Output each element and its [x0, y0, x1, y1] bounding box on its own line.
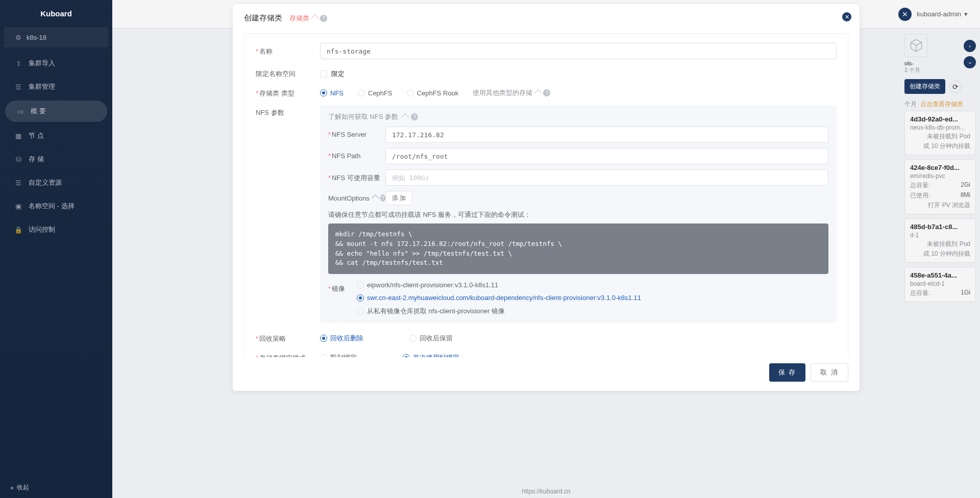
cancel-button[interactable]: 取 消 — [811, 363, 848, 382]
modal-doc-link[interactable]: 存储类 ? — [289, 14, 327, 23]
type-radio-nfs[interactable]: NFS — [320, 89, 344, 97]
sidebar-label: 集群管理 — [29, 82, 55, 91]
modal-footer: 保 存 取 消 — [233, 357, 860, 391]
checkbox-label: 限定 — [331, 69, 345, 79]
close-icon[interactable]: ✕ — [842, 12, 851, 21]
radio-label: CephFS — [368, 89, 393, 97]
radio-label: 即刻绑定 — [330, 353, 357, 357]
bind-radio-immediate[interactable]: 即刻绑定 — [320, 353, 357, 357]
modal-link-text: 存储类 — [289, 14, 309, 23]
external-link-icon — [311, 14, 318, 22]
nfs-capacity-label: *NFS 可使用容量 — [328, 169, 385, 183]
mount-options-label: MountOptions ? — [328, 194, 385, 202]
grid-icon: ▦ — [14, 132, 22, 140]
gear-icon: ⚙ — [14, 33, 22, 41]
radio-label: CephFS Rook — [417, 89, 459, 97]
image-radio-2[interactable]: swr.cn-east-2.myhuaweicloud.com/kuboard-… — [357, 294, 828, 302]
nfs-params-hint[interactable]: 了解如何获取 NFS 参数 ? — [328, 112, 828, 121]
sidebar-item-overview[interactable]: ▭ 概 要 — [5, 101, 107, 122]
radio-label: NFS — [330, 89, 344, 97]
image-label: *镜像 — [328, 280, 357, 293]
import-icon: ⇪ — [14, 59, 22, 67]
bindmode-label: *存储卷绑定模式 — [256, 350, 320, 357]
type-radio-rook[interactable]: CephFS Rook — [407, 89, 459, 97]
nfs-params-section: 了解如何获取 NFS 参数 ? *NFS Server — [320, 105, 837, 323]
monitor-icon: ▭ — [16, 107, 24, 115]
nfs-path-label: *NFS Path — [328, 148, 385, 160]
external-link-icon — [372, 194, 378, 202]
image-radio-1[interactable]: eipwork/nfs-client-provisioner:v3.1.0-k8… — [357, 281, 828, 289]
namespace-checkbox[interactable]: 限定 — [320, 65, 837, 79]
apps-icon: ▣ — [14, 202, 22, 210]
form-card: *名称 限定名称空间 限定 — [244, 33, 848, 357]
radio-label: 从私有镜像仓库抓取 nfs-client-provisioner 镜像 — [367, 307, 505, 316]
nfs-server-input[interactable] — [385, 127, 828, 143]
help-icon: ? — [411, 113, 418, 120]
list-icon: ☰ — [14, 179, 22, 187]
type-label: *存储类 类型 — [256, 85, 320, 98]
external-link-icon — [534, 89, 541, 97]
add-mount-option-button[interactable]: 添 加 — [385, 191, 412, 205]
database-icon: ⛁ — [14, 155, 22, 163]
create-storageclass-modal: 创建存储类 存储类 ? ✕ *名称 — [233, 4, 860, 391]
help-icon: ? — [543, 89, 550, 96]
checkbox-icon — [320, 70, 327, 78]
cluster-name: k8s-18 — [27, 34, 46, 41]
nfs-capacity-input[interactable] — [385, 169, 828, 186]
radio-label: eipwork/nfs-client-provisioner:v3.1.0-k8… — [367, 281, 498, 289]
sidebar: Kuboard ⚙ k8s-18 ⇪ 集群导入 ☰ 集群管理 ▭ 概 要 ▦ 节… — [0, 0, 112, 498]
modal-body: *名称 限定名称空间 限定 — [233, 29, 860, 357]
reclaim-radio-retain[interactable]: 回收后保留 — [409, 334, 453, 343]
sidebar-item-access[interactable]: 🔒 访问控制 — [0, 218, 112, 241]
sidebar-item-crd[interactable]: ☰ 自定义资源 — [0, 171, 112, 194]
sidebar-label: 自定义资源 — [29, 178, 62, 187]
nfs-server-label: *NFS Server — [328, 127, 385, 138]
namespace-label: 限定名称空间 — [256, 65, 320, 79]
sidebar-label: 节 点 — [29, 131, 44, 140]
link-text: 使用其他类型的存储 — [473, 88, 532, 97]
reclaim-label: *回收策略 — [256, 330, 320, 343]
radio-label: 首次使用时绑定 — [413, 353, 459, 357]
modal-overlay: 创建存储类 存储类 ? ✕ *名称 — [112, 0, 980, 498]
sidebar-label: 概 要 — [31, 107, 46, 116]
external-link-icon — [401, 113, 408, 121]
sidebar-label: 访问控制 — [29, 225, 55, 234]
name-input[interactable] — [320, 43, 837, 59]
help-icon: ? — [380, 194, 385, 202]
main: ✕ kuboard-admin ▾ ols- 2 个月 › ⌄ — [112, 0, 980, 498]
collapse-label: 收起 — [17, 483, 29, 492]
sidebar-label: 存 储 — [29, 155, 44, 164]
nfs-params-label: NFS 参数 — [256, 104, 320, 117]
collapse-icon: « — [10, 484, 14, 491]
sidebar-item-nodes[interactable]: ▦ 节 点 — [0, 124, 112, 147]
hint-text: 了解如何获取 NFS 参数 — [328, 112, 398, 121]
test-command-code: mkdir /tmp/testnfs \ && mount -t nfs 172… — [328, 223, 828, 274]
cluster-chip[interactable]: ⚙ k8s-18 — [4, 27, 108, 47]
briefcase-icon: ☰ — [14, 83, 22, 91]
type-other-link[interactable]: 使用其他类型的存储 ? — [473, 88, 550, 97]
type-radio-cephfs[interactable]: CephFS — [358, 89, 393, 97]
radio-label: 回收后保留 — [420, 334, 453, 343]
lock-icon: 🔒 — [14, 226, 22, 234]
modal-header: 创建存储类 存储类 ? ✕ — [233, 4, 860, 29]
brand-logo: Kuboard — [0, 0, 112, 27]
sidebar-item-storage[interactable]: ⛁ 存 储 — [0, 147, 112, 171]
name-label: *名称 — [256, 43, 320, 56]
nfs-path-input[interactable] — [385, 148, 828, 164]
reclaim-radio-delete[interactable]: 回收后删除 — [320, 334, 363, 343]
image-radio-3[interactable]: 从私有镜像仓库抓取 nfs-client-provisioner 镜像 — [357, 307, 828, 316]
help-icon: ? — [320, 15, 327, 22]
sidebar-label: 集群导入 — [29, 59, 55, 68]
sidebar-collapse[interactable]: « 收起 — [0, 477, 112, 498]
modal-title: 创建存储类 — [244, 13, 282, 23]
bind-radio-firstuse[interactable]: 首次使用时绑定 — [403, 353, 459, 357]
sidebar-item-manage[interactable]: ☰ 集群管理 — [0, 75, 112, 98]
sidebar-item-import[interactable]: ⇪ 集群导入 — [0, 52, 112, 75]
sidebar-item-namespace[interactable]: ▣ 名称空间 - 选择 — [0, 194, 112, 218]
sidebar-label: 名称空间 - 选择 — [29, 202, 75, 211]
save-button[interactable]: 保 存 — [769, 363, 806, 382]
test-note: 请确保任意节点都可成功挂载该 NFS 服务，可通过下面的命令测试： — [328, 210, 828, 219]
radio-label: 回收后删除 — [330, 334, 363, 343]
radio-label: swr.cn-east-2.myhuaweicloud.com/kuboard-… — [367, 294, 641, 302]
